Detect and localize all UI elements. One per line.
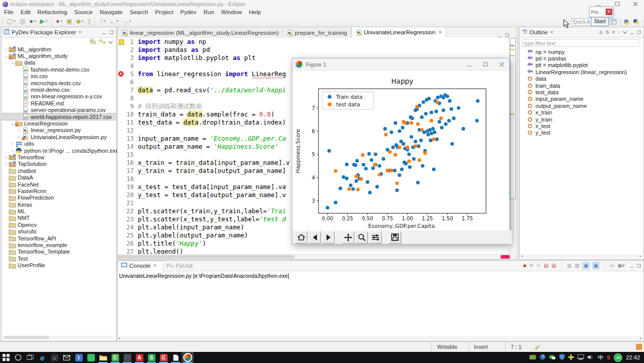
new-task-button[interactable]: ▯ xyxy=(86,17,93,26)
tree-item-mnist-demo-csv[interactable]: mnist-demo.csv xyxy=(2,86,116,93)
tree-item-tensorflow[interactable]: ›Tensorflow xyxy=(2,154,116,160)
task-view-button[interactable] xyxy=(24,352,36,363)
expand-arrow-icon[interactable]: › xyxy=(10,141,15,146)
home-button[interactable] xyxy=(295,231,307,244)
console-hscrollbar[interactable]: ◂▸ xyxy=(118,336,642,340)
show-stderr-icon[interactable]: ▤ xyxy=(552,263,556,269)
back-button[interactable]: ←▾ xyxy=(108,17,120,26)
console-close-icon[interactable]: ✕ xyxy=(153,263,157,268)
outline-item-plt[interactable]: plt = matplotlib.pyplot xyxy=(520,62,643,69)
code-line[interactable]: 27plt.legend() xyxy=(118,248,509,255)
tray-volume-icon[interactable] xyxy=(587,354,594,361)
tree-item-non-linear-regression-x-y-csv[interactable]: non-linear-regression-x-y.csv xyxy=(2,93,116,100)
show-console-icon[interactable]: ▣ xyxy=(593,262,599,269)
minimize-editor-icon[interactable] xyxy=(498,33,502,38)
tray-s-icon[interactable]: S xyxy=(607,354,610,360)
expand-arrow-icon[interactable]: › xyxy=(4,47,9,52)
expand-arrow-icon[interactable]: › xyxy=(4,161,9,166)
minimize-console-icon[interactable] xyxy=(630,264,634,268)
outline-item-pd[interactable]: pd = pandas xyxy=(520,55,643,62)
outline-item-input-param-name[interactable]: input_param_name xyxy=(520,96,643,102)
word-wrap-icon[interactable]: ▨ xyxy=(575,263,579,269)
new-wizard-button[interactable]: ▢▾ xyxy=(6,17,17,26)
start-button[interactable] xyxy=(0,352,12,363)
notepad-icon[interactable] xyxy=(170,352,182,363)
collapse-all-icon[interactable] xyxy=(89,37,96,46)
mark-occurrences-button[interactable]: ◆▾ xyxy=(75,17,85,26)
figure-window-icon[interactable] xyxy=(182,352,194,363)
tree-item-flowprediction[interactable]: FlowPrediction xyxy=(2,195,116,201)
code-line[interactable]: 1import numpy as np xyxy=(118,38,509,46)
tree-item-topsolution[interactable]: ›TopSolution xyxy=(2,161,116,167)
run-button[interactable]: ▶▾ xyxy=(38,17,49,26)
acrobat-icon[interactable]: A xyxy=(133,352,145,363)
error-marker-icon[interactable]: ✕ xyxy=(118,71,124,77)
floating-mini-window[interactable]: Poi... ✕ xyxy=(589,7,613,17)
figure-title-bar[interactable]: Figure 1 xyxy=(292,58,509,71)
tree-item-world-happiness-report-2017-csv[interactable]: world-happiness-report-2017.csv xyxy=(2,113,116,120)
outline-item-data[interactable]: data xyxy=(520,76,643,82)
outline-item-x-test[interactable]: x_test xyxy=(520,123,643,129)
thunderbird-icon[interactable]: t xyxy=(73,352,85,363)
remove-all-launches-icon[interactable]: ✕ xyxy=(536,263,541,269)
outline-item-np[interactable]: np = numpy xyxy=(520,48,643,55)
debug-button[interactable]: ●▾ xyxy=(28,17,37,26)
maximize-editor-icon[interactable] xyxy=(505,33,510,38)
tree-item-linear-regression-py[interactable]: ›linear_regression.py xyxy=(2,127,116,134)
expand-arrow-icon[interactable]: › xyxy=(4,155,9,160)
editor-tab-prepare_for_training[interactable]: prepare_for_training xyxy=(283,28,351,38)
mail-icon[interactable] xyxy=(61,352,73,363)
app-c-green-icon[interactable]: C xyxy=(109,352,121,363)
tree-item-keras[interactable]: Keras xyxy=(2,201,116,208)
tree-item-fashion-mnist-demo-csv[interactable]: fashion-mnist-demo.csv xyxy=(2,66,116,73)
tree-item-utils[interactable]: ›utils xyxy=(2,140,116,147)
tab-close-icon[interactable]: ✕ xyxy=(439,30,443,35)
remove-launch-icon[interactable]: ✕ xyxy=(529,263,533,269)
outline-item-y-test[interactable]: y_test xyxy=(520,130,643,136)
view-close-icon[interactable]: ✕ xyxy=(78,30,82,35)
tree-item-dataa[interactable]: DataA xyxy=(2,174,116,180)
outline-item-output-param-name[interactable]: output_param_name xyxy=(520,102,643,109)
expand-arrow-icon[interactable]: › xyxy=(17,135,22,140)
tree-item-test[interactable]: Test xyxy=(2,255,116,262)
tree-item-nmt[interactable]: NMT xyxy=(2,215,116,221)
menu-navigate[interactable]: Navigate xyxy=(100,9,123,15)
editor-vscrollbar[interactable] xyxy=(509,38,516,255)
pan-button[interactable] xyxy=(342,231,354,244)
menu-refactoring[interactable]: Refactoring xyxy=(37,9,67,15)
tab-console[interactable]: Console ✕ xyxy=(118,261,164,271)
tree-item-iris-csv[interactable]: iris.csv xyxy=(2,73,116,80)
collapse-outline-icon[interactable]: ↕ xyxy=(618,30,621,35)
editor-tab-univariatelinearregression[interactable]: UnivariateLinearRegression✕ xyxy=(351,27,446,38)
menu-window[interactable]: Window xyxy=(221,9,242,15)
maximize-view-icon[interactable] xyxy=(110,30,114,35)
save-button[interactable] xyxy=(389,231,401,244)
tree-item-linearregression[interactable]: ⌄LinearRegression xyxy=(2,120,116,127)
focus-icon[interactable]: ◎ xyxy=(599,30,603,35)
notification-icon[interactable] xyxy=(636,344,642,350)
back-button[interactable] xyxy=(308,231,321,244)
code-line[interactable]: 2import pandas as pd xyxy=(118,46,509,54)
app-green-dot-icon[interactable] xyxy=(85,352,97,363)
tree-item-userprofile[interactable]: UserProfile xyxy=(2,262,116,269)
tree-item-chatbot[interactable]: chatbot xyxy=(2,167,116,174)
tree-item-opencv[interactable]: Opencv xyxy=(2,221,116,228)
editor-tab-linear_regression[interactable]: linear_regression (ML_algorithm_study.Li… xyxy=(118,28,283,38)
tree-item-tensorflow-example[interactable]: tensorflow_example xyxy=(2,241,116,248)
tray-app1-icon[interactable] xyxy=(529,354,536,361)
expand-arrow-icon[interactable]: › xyxy=(10,148,15,153)
open-resource-button[interactable]: ▣ xyxy=(65,17,73,26)
collapse-arrow-icon[interactable]: ⌄ xyxy=(10,121,15,126)
tray-shield-icon[interactable] xyxy=(559,354,565,361)
app-c-red-icon[interactable]: C xyxy=(157,352,170,363)
outline-item-train-data[interactable]: train_data xyxy=(520,82,643,89)
tree-item-ml-algorithm-study[interactable]: ⌄ML_algorithm_study xyxy=(2,52,116,59)
configure-button[interactable] xyxy=(369,231,382,244)
clear-console-icon[interactable]: ▤ xyxy=(544,263,548,269)
start-button[interactable]: Start xyxy=(591,17,609,26)
store-icon[interactable]: ⌂ xyxy=(48,352,61,363)
zoom-button[interactable] xyxy=(355,231,368,244)
last-edit-location-button[interactable]: ↑▾ xyxy=(98,17,107,26)
tree-item-tensorflow-api[interactable]: Tensorflow_API xyxy=(2,235,116,241)
collapse-arrow-icon[interactable]: ⌄ xyxy=(4,53,9,58)
